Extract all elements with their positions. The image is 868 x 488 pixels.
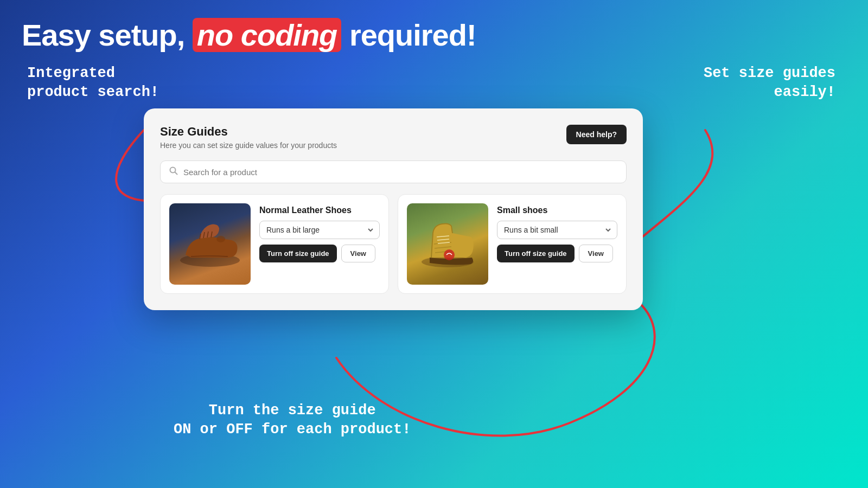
turn-off-button-0[interactable]: Turn off size guide bbox=[259, 245, 337, 262]
product-card-0: Normal Leather Shoes Runs a bit large Ru… bbox=[160, 194, 389, 294]
product-actions-1: Turn off size guide View bbox=[497, 245, 617, 262]
annotation-toggle: Turn the size guideON or OFF for each pr… bbox=[174, 401, 411, 439]
search-bar bbox=[160, 160, 627, 183]
svg-point-9 bbox=[444, 249, 455, 260]
product-image-1 bbox=[407, 203, 488, 285]
annotation-size-guide: Set size guideseasily! bbox=[704, 64, 835, 102]
product-actions-0: Turn off size guide View bbox=[259, 245, 380, 262]
size-select-0[interactable]: Runs a bit large Runs true to size Runs … bbox=[259, 221, 380, 239]
card-title-block: Size Guides Here you can set size guide … bbox=[160, 125, 337, 150]
product-name-1: Small shoes bbox=[497, 206, 617, 215]
view-button-0[interactable]: View bbox=[341, 245, 375, 262]
boot-illustration-1 bbox=[407, 203, 488, 285]
size-select-1[interactable]: Runs a bit small Runs true to size Runs … bbox=[497, 221, 617, 239]
headline-after: required! bbox=[341, 18, 476, 52]
headline-highlight: no coding bbox=[193, 18, 342, 52]
shoe-illustration-0 bbox=[169, 203, 251, 285]
view-button-1[interactable]: View bbox=[579, 245, 613, 262]
card-header: Size Guides Here you can set size guide … bbox=[160, 125, 627, 150]
product-card-1: Small shoes Runs a bit small Runs true t… bbox=[398, 194, 627, 294]
search-input[interactable] bbox=[183, 168, 617, 177]
card-title: Size Guides bbox=[160, 125, 337, 139]
svg-point-7 bbox=[216, 236, 225, 242]
product-info-1: Small shoes Runs a bit small Runs true t… bbox=[497, 203, 617, 262]
size-guides-card: Size Guides Here you can set size guide … bbox=[144, 108, 643, 310]
product-info-0: Normal Leather Shoes Runs a bit large Ru… bbox=[259, 203, 380, 262]
svg-line-5 bbox=[175, 172, 177, 175]
headline-before: Easy setup, bbox=[22, 18, 193, 52]
need-help-button[interactable]: Need help? bbox=[566, 125, 627, 144]
annotation-search: Integratedproduct search! bbox=[27, 64, 159, 102]
product-image-0 bbox=[169, 203, 251, 285]
main-headline: Easy setup, no coding required! bbox=[22, 17, 476, 53]
products-grid: Normal Leather Shoes Runs a bit large Ru… bbox=[160, 194, 627, 294]
card-subtitle: Here you can set size guide values for y… bbox=[160, 141, 337, 150]
turn-off-button-1[interactable]: Turn off size guide bbox=[497, 245, 575, 262]
search-icon bbox=[169, 166, 178, 177]
product-name-0: Normal Leather Shoes bbox=[259, 206, 380, 215]
